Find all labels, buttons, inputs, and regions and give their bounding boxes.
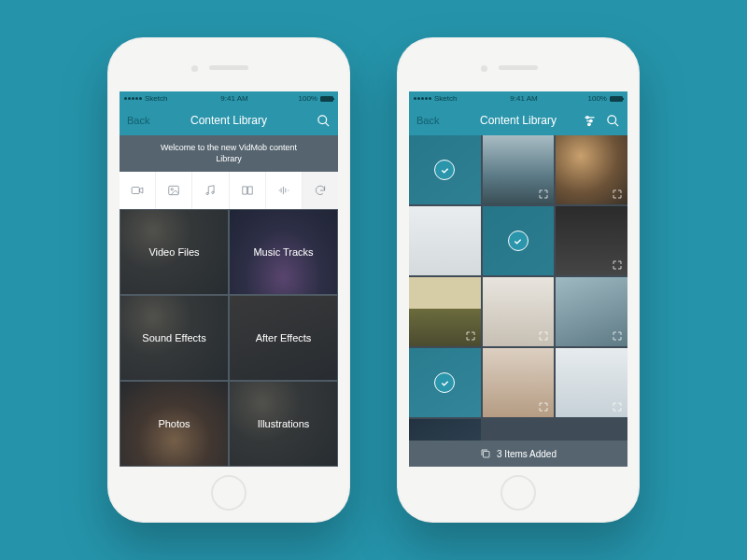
expand-icon[interactable]	[611, 400, 624, 413]
phone-mockup-left: Sketch 9:41 AM 100% Back Content Library…	[107, 37, 350, 523]
phone-camera	[481, 65, 487, 72]
carrier-label: Sketch	[145, 94, 167, 103]
signal-dots-icon	[414, 97, 431, 100]
battery-icon	[610, 96, 623, 102]
category-video-files[interactable]: Video Files	[120, 209, 229, 295]
media-gallery	[409, 135, 627, 467]
svg-line-1	[325, 122, 329, 126]
svg-point-0	[318, 115, 327, 123]
media-thumb[interactable]	[556, 135, 627, 204]
clock-label: 9:41 AM	[220, 94, 247, 103]
expand-icon[interactable]	[537, 400, 550, 413]
svg-point-5	[206, 193, 208, 195]
book-icon	[240, 184, 255, 197]
media-thumb[interactable]	[556, 348, 627, 417]
battery-percent: 100%	[299, 94, 317, 103]
svg-point-10	[608, 115, 616, 123]
search-icon[interactable]	[317, 114, 331, 128]
image-icon	[166, 184, 181, 197]
items-added-bar[interactable]: 3 Items Added	[409, 441, 627, 467]
tool-music[interactable]	[192, 172, 229, 209]
music-icon	[203, 184, 218, 197]
svg-point-4	[171, 189, 173, 190]
status-bar: Sketch 9:41 AM 100%	[120, 91, 338, 105]
screen-left: Sketch 9:41 AM 100% Back Content Library…	[120, 91, 338, 467]
clock-label: 9:41 AM	[510, 94, 537, 103]
category-music-tracks[interactable]: Music Tracks	[229, 209, 338, 295]
expand-icon[interactable]	[611, 188, 624, 201]
check-icon	[508, 231, 529, 251]
tool-undo[interactable]	[303, 172, 338, 209]
media-thumb[interactable]	[483, 348, 555, 417]
category-label: Sound Effects	[142, 332, 205, 343]
media-thumb[interactable]	[483, 135, 555, 204]
home-button[interactable]	[500, 475, 536, 511]
category-sound-effects[interactable]: Sound Effects	[120, 295, 229, 381]
phone-camera	[191, 65, 198, 72]
stack-icon	[480, 448, 491, 459]
media-thumb[interactable]	[409, 348, 481, 417]
category-grid: Video Files Music Tracks Sound Effects A…	[120, 209, 338, 467]
phone-speaker	[499, 65, 538, 70]
expand-icon[interactable]	[611, 329, 624, 343]
media-thumb[interactable]	[556, 277, 627, 346]
filter-icon[interactable]	[583, 114, 597, 128]
status-bar: Sketch 9:41 AM 100%	[409, 91, 627, 105]
svg-line-11	[614, 122, 618, 126]
tool-strip	[120, 172, 338, 209]
video-icon	[130, 184, 145, 197]
category-label: Video Files	[148, 246, 199, 258]
nav-title: Content Library	[480, 114, 557, 127]
category-label: Music Tracks	[253, 246, 313, 258]
search-icon[interactable]	[606, 114, 620, 128]
media-thumb[interactable]	[409, 206, 481, 275]
nav-bar: Back Content Library	[120, 105, 338, 135]
items-added-label: 3 Items Added	[497, 449, 557, 459]
check-icon	[434, 372, 455, 393]
category-label: Photos	[158, 418, 190, 429]
home-button[interactable]	[211, 475, 247, 511]
carrier-label: Sketch	[434, 94, 457, 103]
category-after-effects[interactable]: After Effects	[229, 295, 338, 381]
battery-percent: 100%	[588, 94, 607, 103]
tool-wave[interactable]	[266, 172, 303, 209]
back-button[interactable]: Back	[416, 115, 439, 126]
category-photos[interactable]: Photos	[120, 381, 229, 467]
tool-video[interactable]	[120, 172, 156, 209]
media-thumb[interactable]	[409, 277, 481, 346]
phone-mockup-right: Sketch 9:41 AM 100% Back Content Library	[397, 37, 640, 523]
battery-icon	[320, 96, 333, 102]
check-icon	[434, 160, 455, 180]
expand-icon[interactable]	[537, 329, 550, 343]
tool-image[interactable]	[156, 172, 192, 209]
tool-book[interactable]	[230, 172, 266, 209]
svg-rect-3	[169, 187, 179, 195]
welcome-banner: Welcome to the new VidMob content Librar…	[120, 135, 338, 172]
media-thumb[interactable]	[483, 277, 555, 346]
expand-icon[interactable]	[464, 329, 477, 343]
media-thumb[interactable]	[483, 206, 555, 275]
expand-icon[interactable]	[611, 259, 624, 272]
category-illustrations[interactable]: Illustrations	[229, 381, 338, 467]
svg-rect-2	[132, 188, 139, 194]
screen-right: Sketch 9:41 AM 100% Back Content Library	[409, 91, 627, 467]
nav-title: Content Library	[190, 114, 267, 127]
nav-bar: Back Content Library	[409, 105, 627, 135]
undo-icon	[313, 184, 328, 197]
svg-point-6	[212, 192, 214, 194]
media-thumb[interactable]	[409, 135, 481, 204]
category-label: After Effects	[256, 332, 312, 343]
svg-rect-12	[484, 452, 490, 458]
phone-speaker	[209, 65, 248, 70]
category-label: Illustrations	[258, 418, 310, 429]
media-thumb[interactable]	[556, 206, 627, 275]
expand-icon[interactable]	[537, 188, 550, 201]
signal-dots-icon	[124, 97, 142, 100]
back-button[interactable]: Back	[127, 115, 149, 126]
wave-icon	[276, 184, 291, 197]
